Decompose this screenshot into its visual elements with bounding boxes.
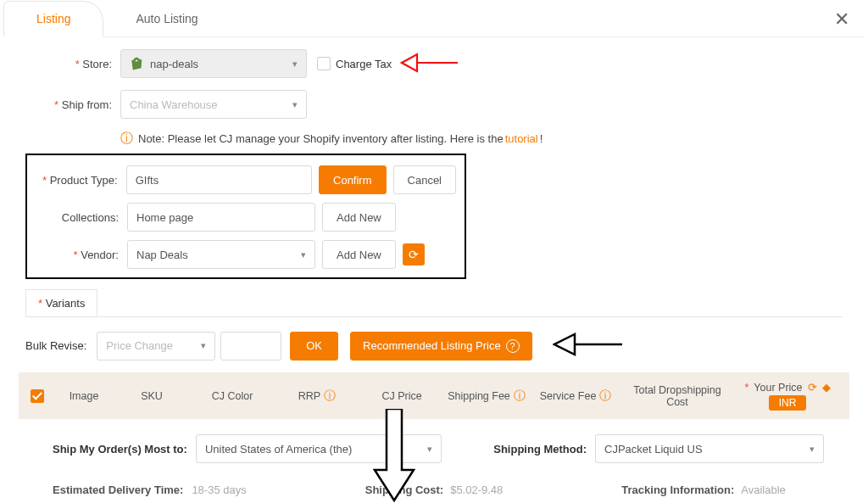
product-type-input[interactable]: GIfts (126, 165, 312, 194)
help-icon: ? (506, 339, 520, 353)
red-arrow-annotation (400, 51, 459, 77)
th-cj-price: CJ Price (359, 390, 444, 402)
shopify-icon (130, 56, 145, 71)
ship-to-select[interactable]: United States of America (the) ▾ (196, 434, 442, 463)
currency-badge[interactable]: INR (769, 395, 807, 411)
shipping-estimate-row: Estimated Delivery Time: 18-35 days Ship… (19, 472, 849, 503)
ship-from-row: Ship from: China Warehouse ▾ (19, 90, 849, 119)
th-shipping-fee: Shipping Feeⓘ (444, 388, 529, 404)
tab-variants[interactable]: * Variants (25, 289, 97, 316)
tab-auto-listing[interactable]: Auto Listing (103, 2, 230, 36)
add-new-vendor-button[interactable]: Add New (322, 240, 396, 269)
confirm-button[interactable]: Confirm (319, 165, 387, 194)
variants-label: Variants (46, 297, 86, 310)
price-change-value: Price Change (106, 339, 173, 352)
vendor-label: Vendor: (36, 249, 127, 261)
vendor-select[interactable]: Nap Deals ▾ (127, 240, 315, 269)
info-icon[interactable]: ⓘ (599, 388, 611, 404)
add-new-collection-button[interactable]: Add New (322, 203, 396, 232)
store-select[interactable]: nap-deals ▾ (120, 49, 307, 78)
store-row: Store: nap-deals ▾ Charge Tax (19, 49, 849, 78)
chevron-down-icon: ▾ (292, 59, 298, 70)
store-value: nap-deals (150, 58, 198, 70)
th-sku: SKU (114, 390, 190, 402)
chevron-down-icon: ▾ (201, 340, 206, 351)
variants-table-header: Image SKU CJ Color RRPⓘ CJ Price Shippin… (19, 372, 849, 419)
black-arrow-annotation (553, 331, 624, 360)
ship-from-select[interactable]: China Warehouse ▾ (120, 90, 307, 119)
warning-icon: ⓘ (120, 131, 133, 147)
th-service-fee: Service Feeⓘ (529, 388, 622, 404)
tab-listing[interactable]: Listing (3, 1, 103, 37)
recommended-price-label: Recommended Listing Price (363, 339, 501, 352)
vendor-value: Nap Deals (136, 249, 188, 261)
note-row: ⓘ Note: Please let CJ manage your Shopif… (120, 131, 849, 147)
shipping-cost-value: $5.02-9.48 (450, 483, 503, 496)
charge-tax-checkbox[interactable] (317, 57, 331, 70)
select-all-checkbox[interactable] (31, 389, 44, 403)
refresh-icon[interactable]: ⟳ (403, 243, 425, 265)
th-image: Image (54, 390, 114, 402)
ok-button[interactable]: OK (290, 332, 338, 360)
shipping-config-row: Ship My Order(s) Most to: United States … (19, 419, 849, 472)
chevron-down-icon: ▾ (810, 444, 815, 455)
store-label: Store: (19, 58, 120, 70)
th-total-cost: Total Dropshipping Cost (622, 384, 732, 408)
info-icon[interactable]: ⓘ (324, 388, 336, 404)
est-delivery-label: Estimated Delivery Time: (53, 483, 183, 496)
price-change-select[interactable]: Price Change ▾ (97, 332, 215, 360)
info-icon[interactable]: ⓘ (514, 388, 526, 404)
note-text: Note: Please let CJ manage your Shopify … (138, 132, 504, 145)
collections-label: Collections: (36, 211, 127, 224)
note-suffix: ! (540, 132, 543, 145)
recommended-price-button[interactable]: Recommended Listing Price ? (350, 332, 532, 360)
shipping-cost-label: Shipping Cost: (365, 483, 443, 496)
product-config-box: Product Type: GIfts Confirm Cancel Colle… (25, 154, 466, 279)
tag-icon[interactable]: ◆ (822, 381, 831, 394)
chevron-down-icon: ▾ (292, 99, 298, 110)
th-rrp: RRPⓘ (275, 388, 359, 404)
th-your-price: * Your Price ⟳ ◆ INR (732, 381, 843, 411)
bulk-revise-row: Bulk Revise: Price Change ▾ OK Recommend… (19, 317, 849, 372)
ship-from-label: Ship from: (19, 98, 120, 111)
price-change-input[interactable] (220, 332, 281, 360)
ship-to-value: United States of America (the) (205, 443, 352, 455)
charge-tax-label: Charge Tax (336, 58, 392, 70)
tabs-bar: Listing Auto Listing ✕ (3, 0, 865, 37)
shipping-method-select[interactable]: CJPacket Liquid US ▾ (595, 434, 824, 463)
th-cj-color: CJ Color (190, 390, 275, 402)
collections-input[interactable]: Home page (127, 203, 315, 232)
close-icon[interactable]: ✕ (834, 8, 849, 31)
bulk-revise-label: Bulk Revise: (25, 339, 86, 352)
shipping-method-value: CJPacket Liquid US (604, 443, 703, 455)
cancel-product-type-button[interactable]: Cancel (393, 165, 456, 194)
refresh-icon[interactable]: ⟳ (808, 381, 817, 394)
tracking-info-value: Available (741, 483, 786, 496)
ship-to-label: Ship My Order(s) Most to: (53, 443, 187, 455)
chevron-down-icon: ▾ (427, 444, 432, 455)
shipping-method-label: Shipping Method: (493, 443, 587, 455)
tracking-info-label: Tracking Information: (621, 483, 734, 496)
chevron-down-icon: ▾ (301, 249, 306, 260)
tutorial-link[interactable]: tutorial (505, 132, 538, 145)
est-delivery-value: 18-35 days (192, 483, 246, 496)
ship-from-value: China Warehouse (130, 98, 218, 111)
product-type-label: Product Type: (36, 174, 126, 187)
